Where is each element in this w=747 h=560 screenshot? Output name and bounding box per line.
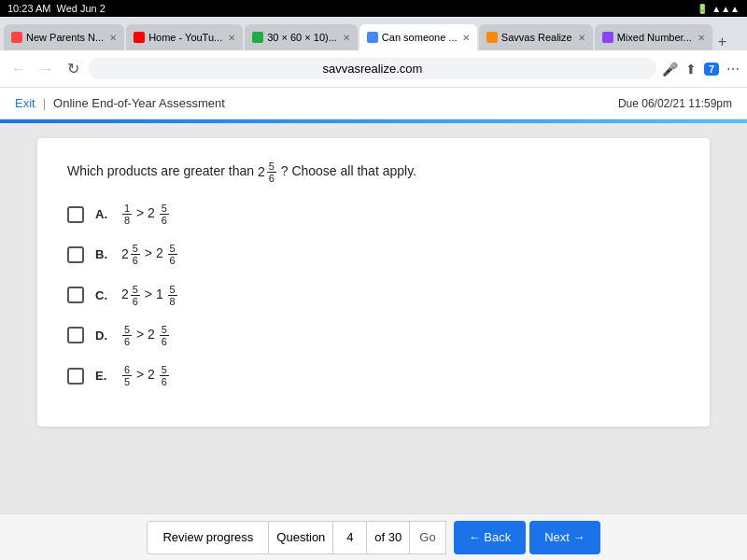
option-content-c: 2 5 6 > 1 5 8 [121, 284, 178, 307]
status-right: 🔋 ▲▲▲ [697, 4, 740, 14]
back-nav-button[interactable]: ← [7, 59, 30, 79]
tab-savvas[interactable]: Savvas Realize ✕ [479, 24, 593, 50]
bottom-bar: Review progress Question of 30 Go ← Back… [0, 513, 747, 560]
tab-close-mixed[interactable]: ✕ [698, 33, 705, 43]
question-mixed-num: 2 5 6 [258, 161, 277, 184]
option-content-e: 6 5 > 2 5 6 [121, 364, 170, 387]
due-date: Due 06/02/21 11:59pm [618, 97, 732, 110]
next-arrow-icon: → [570, 530, 585, 544]
tab-label-np: New Parents N... [26, 32, 104, 43]
address-bar: ← → ↻ 🎤 ⬆ 7 ⋯ [0, 50, 747, 88]
option-label-c: C. [95, 288, 110, 302]
menu-icon[interactable]: ⋯ [726, 62, 740, 77]
tab-bar: New Parents N... ✕ Home - YouTu... ✕ 30 … [0, 17, 747, 50]
tab-close-np[interactable]: ✕ [109, 33, 117, 43]
time-display: 10:23 AM [7, 3, 50, 14]
checkbox-d[interactable] [67, 327, 84, 343]
breadcrumb-area: Exit | Online End-of-Year Assessment [15, 96, 225, 110]
tab-favicon-yt [134, 32, 145, 43]
tab-label-yt: Home - YouTu... [148, 32, 222, 43]
tab-close-can-someone[interactable]: ✕ [462, 33, 470, 43]
addr-icons: 🎤 ⬆ 7 ⋯ [662, 62, 740, 77]
checkbox-b[interactable] [67, 246, 84, 263]
tab-close-30x60[interactable]: ✕ [343, 33, 350, 43]
refresh-button[interactable]: ↻ [63, 58, 83, 79]
new-tab-button[interactable]: + [714, 34, 730, 50]
checkbox-a[interactable] [67, 206, 84, 223]
tab-youtube[interactable]: Home - YouTu... ✕ [126, 24, 243, 50]
tab-favicon-np [11, 32, 22, 43]
tab-close-savvas[interactable]: ✕ [578, 33, 585, 43]
tab-favicon-blue [367, 32, 378, 43]
checkbox-c[interactable] [67, 287, 84, 303]
option-label-a: A. [95, 207, 110, 221]
option-c: C. 2 5 6 > 1 5 8 [67, 284, 680, 307]
option-e: E. 6 5 > 2 5 6 [67, 364, 680, 387]
option-label-d: D. [95, 329, 110, 343]
main-content: Which products are greater than 2 5 6 ? … [0, 123, 747, 513]
back-arrow-icon: ← [469, 530, 485, 544]
question-label: Question [269, 521, 333, 554]
exit-button[interactable]: Exit [15, 96, 35, 110]
tab-mixed-number[interactable]: Mixed Number... ✕ [595, 24, 712, 50]
tab-label-30x60: 30 × 60 × 10)... [267, 32, 337, 43]
question-number-input[interactable] [333, 521, 367, 554]
tab-label-mixed: Mixed Number... [617, 32, 692, 43]
tab-count-badge[interactable]: 7 [704, 63, 719, 76]
tab-30x60[interactable]: 30 × 60 × 10)... ✕ [245, 24, 358, 50]
tab-close-yt[interactable]: ✕ [228, 33, 235, 43]
option-label-b: B. [95, 247, 110, 261]
question-prefix: Which products are greater than [67, 163, 258, 178]
top-bar: Exit | Online End-of-Year Assessment Due… [0, 88, 747, 119]
tab-label-can-someone: Can someone ... [382, 32, 457, 43]
battery-icon: 🔋 [697, 4, 708, 14]
microphone-icon[interactable]: 🎤 [662, 62, 678, 77]
next-button[interactable]: Next → [529, 521, 599, 554]
breadcrumb-separator: | [43, 96, 46, 110]
go-button[interactable]: Go [410, 521, 445, 554]
checkbox-e[interactable] [67, 368, 84, 385]
option-label-e: E. [95, 369, 110, 383]
forward-nav-button[interactable]: → [35, 59, 58, 79]
wifi-icon: ▲▲▲ [712, 4, 740, 14]
address-input[interactable] [89, 58, 656, 79]
question-card: Which products are greater than 2 5 6 ? … [37, 138, 710, 427]
status-left: 10:23 AM Wed Jun 2 [7, 3, 106, 14]
tab-favicon-green [252, 32, 263, 43]
of-label: of 30 [367, 521, 410, 554]
back-button[interactable]: ← Back [454, 521, 527, 554]
tab-new-parents[interactable]: New Parents N... ✕ [4, 24, 124, 50]
option-content-a: 1 8 > 2 5 6 [121, 203, 170, 226]
status-bar: 10:23 AM Wed Jun 2 🔋 ▲▲▲ [0, 0, 747, 17]
option-content-d: 5 6 > 2 5 6 [121, 324, 170, 347]
question-text: Which products are greater than 2 5 6 ? … [67, 161, 680, 184]
tab-favicon-mixed [602, 32, 613, 43]
tab-can-someone[interactable]: Can someone ... ✕ [359, 24, 477, 50]
tab-favicon-savvas [486, 32, 498, 43]
option-b: B. 2 5 6 > 2 5 6 [67, 243, 680, 266]
question-suffix: ? Choose all that apply. [281, 163, 416, 178]
option-a: A. 1 8 > 2 5 6 [67, 203, 680, 226]
option-content-b: 2 5 6 > 2 5 6 [121, 243, 178, 266]
share-icon[interactable]: ⬆ [685, 62, 697, 77]
tab-label-savvas: Savvas Realize [501, 32, 572, 43]
option-d: D. 5 6 > 2 5 6 [67, 324, 680, 347]
date-display: Wed Jun 2 [56, 3, 105, 14]
breadcrumb-text: Online End-of-Year Assessment [53, 96, 225, 110]
review-progress-button[interactable]: Review progress [147, 521, 269, 554]
